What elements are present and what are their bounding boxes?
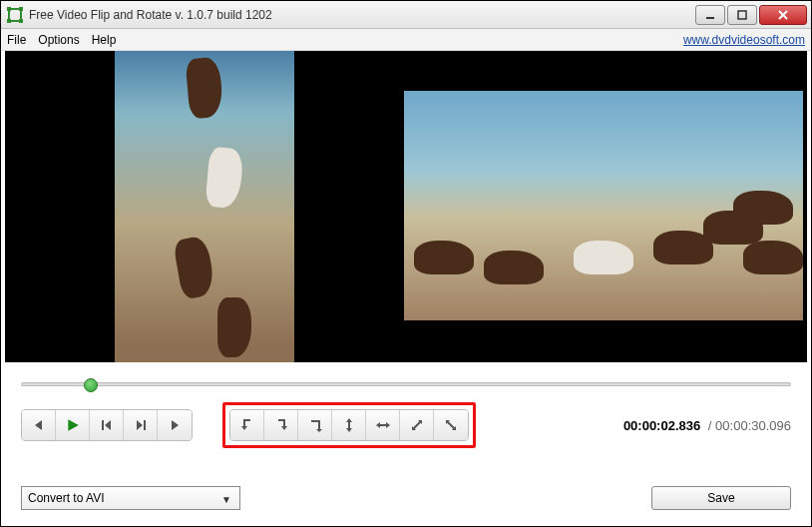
- play-button[interactable]: [56, 410, 90, 440]
- flip-vertical-button[interactable]: [332, 410, 366, 440]
- rotate-ccw-90-button[interactable]: [230, 410, 264, 440]
- svg-rect-1: [7, 7, 11, 11]
- svg-marker-21: [346, 428, 352, 432]
- first-frame-button[interactable]: [90, 410, 124, 440]
- menu-bar: File Options Help www.dvdvideosoft.com: [1, 29, 811, 51]
- svg-rect-11: [102, 420, 104, 430]
- menu-options[interactable]: Options: [38, 33, 79, 47]
- svg-marker-17: [281, 426, 287, 430]
- video-preview-area: [5, 51, 807, 362]
- rotate-180-button[interactable]: [298, 410, 332, 440]
- title-bar: Free Video Flip and Rotate v. 1.0.7 buil…: [1, 1, 811, 29]
- playback-controls: [21, 409, 193, 441]
- seek-thumb[interactable]: [84, 378, 98, 392]
- save-button[interactable]: Save: [651, 486, 791, 510]
- seek-bar[interactable]: [21, 376, 791, 392]
- svg-marker-9: [35, 420, 42, 430]
- svg-marker-10: [68, 419, 79, 431]
- svg-marker-12: [105, 420, 111, 430]
- preview-left-pane: [115, 51, 294, 362]
- transform-controls-highlight: [222, 402, 476, 448]
- controls-row: 00:00:02.836 / 00:00:30.096: [21, 402, 791, 448]
- output-format-value: Convert to AVI: [28, 491, 104, 505]
- chevron-down-icon: ▼: [217, 490, 235, 508]
- window-title: Free Video Flip and Rotate v. 1.0.7 buil…: [29, 8, 695, 22]
- time-display: 00:00:02.836 / 00:00:30.096: [623, 418, 791, 433]
- last-frame-button[interactable]: [124, 410, 158, 440]
- preview-right-pane: [404, 91, 803, 320]
- output-format-select[interactable]: Convert to AVI ▼: [21, 486, 240, 510]
- menu-file[interactable]: File: [7, 33, 26, 47]
- next-frame-button[interactable]: [158, 410, 192, 440]
- svg-rect-6: [738, 11, 746, 19]
- maximize-button[interactable]: [727, 5, 757, 25]
- svg-line-25: [413, 421, 421, 429]
- rotate-cw-90-button[interactable]: [264, 410, 298, 440]
- svg-rect-14: [144, 420, 146, 430]
- transform-controls: [229, 409, 469, 441]
- flip-diagonal-2-button[interactable]: [434, 410, 468, 440]
- vendor-link[interactable]: www.dvdvideosoft.com: [683, 33, 805, 47]
- svg-marker-20: [346, 418, 352, 422]
- close-button[interactable]: [759, 5, 807, 25]
- svg-marker-13: [137, 420, 143, 430]
- svg-rect-4: [19, 19, 23, 23]
- flip-horizontal-button[interactable]: [366, 410, 400, 440]
- svg-marker-23: [376, 422, 380, 428]
- svg-rect-2: [19, 7, 23, 11]
- app-icon: [7, 7, 23, 23]
- bottom-row: Convert to AVI ▼ Save: [21, 486, 791, 510]
- minimize-button[interactable]: [695, 5, 725, 25]
- seek-track[interactable]: [21, 382, 791, 386]
- menu-help[interactable]: Help: [92, 33, 117, 47]
- svg-line-28: [447, 421, 455, 429]
- svg-marker-15: [172, 420, 179, 430]
- svg-marker-16: [241, 426, 247, 430]
- flip-diagonal-1-button[interactable]: [400, 410, 434, 440]
- svg-marker-18: [316, 429, 322, 432]
- svg-rect-3: [7, 19, 11, 23]
- prev-frame-button[interactable]: [22, 410, 56, 440]
- window-controls: [695, 5, 807, 25]
- svg-marker-24: [386, 422, 390, 428]
- time-current: 00:00:02.836: [623, 418, 700, 433]
- time-total: / 00:00:30.096: [708, 418, 791, 433]
